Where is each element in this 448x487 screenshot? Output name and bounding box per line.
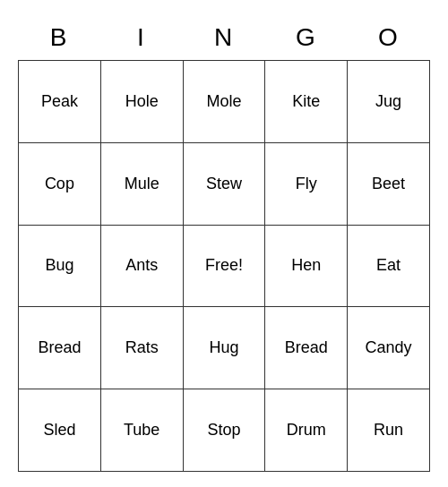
bingo-cell-r3-c3[interactable]: Bread (265, 307, 348, 389)
bingo-cell-r3-c4[interactable]: Candy (348, 307, 430, 389)
bingo-cell-r2-c0[interactable]: Bug (19, 226, 101, 308)
bingo-cell-r0-c1[interactable]: Hole (101, 61, 184, 143)
bingo-cell-r2-c4[interactable]: Eat (348, 226, 430, 308)
bingo-cell-r4-c0[interactable]: Sled (19, 389, 101, 472)
bingo-cell-r4-c3[interactable]: Drum (265, 389, 348, 472)
header-letter: B (18, 15, 100, 60)
bingo-cell-r0-c2[interactable]: Mole (184, 61, 266, 143)
header-letter: N (183, 15, 265, 60)
bingo-cell-r0-c0[interactable]: Peak (19, 61, 101, 143)
header-letter: I (100, 15, 183, 60)
bingo-cell-r1-c3[interactable]: Fly (265, 143, 348, 226)
bingo-cell-r4-c4[interactable]: Run (348, 389, 430, 472)
bingo-header: BINGO (18, 15, 430, 60)
header-letter: O (348, 15, 430, 60)
bingo-cell-r4-c1[interactable]: Tube (101, 389, 184, 472)
bingo-cell-r3-c2[interactable]: Hug (184, 307, 266, 389)
bingo-card: BINGO PeakHoleMoleKiteJugCopMuleStewFlyB… (18, 15, 430, 472)
bingo-cell-r0-c3[interactable]: Kite (265, 61, 348, 143)
bingo-cell-r4-c2[interactable]: Stop (184, 389, 266, 472)
header-letter: G (265, 15, 348, 60)
bingo-cell-r1-c2[interactable]: Stew (184, 143, 266, 226)
bingo-grid: PeakHoleMoleKiteJugCopMuleStewFlyBeetBug… (18, 60, 430, 472)
bingo-cell-r3-c1[interactable]: Rats (101, 307, 184, 389)
bingo-cell-r0-c4[interactable]: Jug (348, 61, 430, 143)
bingo-cell-r1-c0[interactable]: Cop (19, 143, 101, 226)
bingo-cell-r3-c0[interactable]: Bread (19, 307, 101, 389)
bingo-cell-r1-c1[interactable]: Mule (101, 143, 184, 226)
bingo-cell-r1-c4[interactable]: Beet (348, 143, 430, 226)
bingo-cell-r2-c2[interactable]: Free! (184, 226, 266, 308)
bingo-cell-r2-c1[interactable]: Ants (101, 226, 184, 308)
bingo-cell-r2-c3[interactable]: Hen (265, 226, 348, 308)
